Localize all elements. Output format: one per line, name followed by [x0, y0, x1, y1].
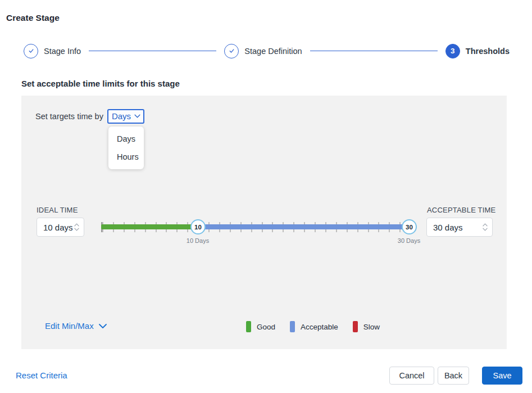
create-stage-dialog: Create Stage Stage Info Stage Definition…: [0, 0, 532, 393]
legend-label: Slow: [363, 323, 380, 331]
chevron-up-icon: [483, 223, 488, 227]
stepper-connector: [89, 51, 216, 51]
unit-option-hours[interactable]: Hours: [108, 148, 144, 166]
step-label: Stage Info: [44, 47, 81, 56]
slider-min-caption: 10 Days: [187, 237, 209, 244]
thresholds-panel: Set targets time by Days Days Hours IDEA…: [21, 96, 507, 349]
ideal-time-label: IDEAL TIME: [37, 206, 78, 214]
legend-item-acceptable: Acceptable: [290, 321, 338, 332]
time-range-slider: 10 30 10 Days 30 Days: [101, 219, 420, 245]
chevron-down-icon: [483, 228, 488, 231]
chevron-down-icon: [134, 114, 140, 118]
step-complete-check-icon: [224, 44, 239, 58]
legend-swatch-acceptable: [290, 321, 295, 332]
legend-swatch-good: [246, 321, 251, 332]
stepper: Stage Info Stage Definition 3 Thresholds: [24, 43, 510, 58]
slider-handle-min[interactable]: 10: [190, 219, 206, 234]
edit-minmax-label: Edit Min/Max: [45, 321, 94, 331]
step-complete-check-icon: [24, 44, 38, 58]
slider-legend: Good Acceptable Slow: [246, 321, 380, 332]
legend-item-slow: Slow: [353, 321, 380, 332]
save-button[interactable]: Save: [482, 367, 522, 385]
slider-track-acceptable[interactable]: [198, 224, 409, 229]
chevron-down-icon: [74, 228, 79, 231]
slider-handle-max[interactable]: 30: [402, 219, 417, 234]
targets-time-row: Set targets time by Days: [35, 109, 144, 124]
page-title: Create Stage: [6, 13, 60, 23]
step-number-badge: 3: [445, 44, 460, 58]
acceptable-time-stepper[interactable]: [483, 223, 488, 231]
stepper-connector: [310, 51, 438, 51]
targets-time-label: Set targets time by: [35, 112, 103, 121]
stepper-step-stage-info[interactable]: Stage Info: [24, 44, 81, 58]
acceptable-time-label: ACCEPTABLE TIME: [427, 206, 495, 214]
ideal-time-stepper[interactable]: [74, 223, 79, 231]
legend-label: Acceptable: [301, 323, 338, 331]
stepper-step-thresholds[interactable]: 3 Thresholds: [445, 44, 510, 58]
step-label: Stage Definition: [244, 47, 302, 56]
unit-dropdown-menu: Days Hours: [108, 127, 144, 169]
slider-track-good[interactable]: [101, 224, 198, 229]
edit-minmax-link[interactable]: Edit Min/Max: [45, 321, 107, 331]
ideal-time-value: 10 days: [43, 223, 73, 232]
unit-dropdown-value: Days: [112, 111, 131, 121]
step-label: Thresholds: [466, 47, 510, 56]
acceptable-time-input[interactable]: 30 days: [426, 218, 493, 237]
chevron-up-icon: [74, 223, 79, 227]
back-button[interactable]: Back: [438, 367, 469, 385]
reset-criteria-link[interactable]: Reset Criteria: [16, 371, 67, 380]
acceptable-time-value: 30 days: [433, 223, 463, 232]
slider-max-caption: 30 Days: [398, 237, 420, 244]
stepper-step-stage-definition[interactable]: Stage Definition: [224, 44, 302, 58]
section-heading: Set acceptable time limits for this stag…: [21, 79, 180, 88]
unit-option-days[interactable]: Days: [108, 130, 144, 148]
unit-dropdown-trigger[interactable]: Days: [107, 109, 144, 124]
legend-label: Good: [257, 323, 275, 331]
legend-item-good: Good: [246, 321, 275, 332]
chevron-down-icon: [99, 323, 107, 329]
cancel-button[interactable]: Cancel: [389, 367, 434, 385]
ideal-time-input[interactable]: 10 days: [37, 218, 84, 237]
legend-swatch-slow: [353, 321, 358, 332]
